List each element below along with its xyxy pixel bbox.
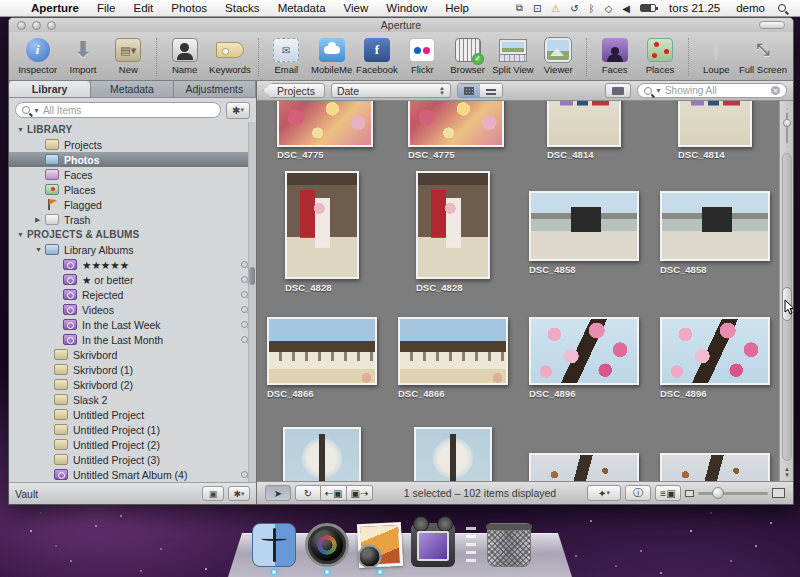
- sidebar-search-field[interactable]: ▼ All Items: [15, 102, 221, 118]
- sidebar-scrollbar[interactable]: [248, 122, 256, 482]
- browser-scrollbar[interactable]: ⁚⁚ ⁚ ▲▼: [779, 101, 793, 481]
- smart-album-query-icon[interactable]: [241, 321, 248, 328]
- disclosure-triangle[interactable]: ▼: [17, 126, 27, 133]
- menu-item-aperture[interactable]: Aperture: [22, 2, 88, 14]
- sidebar-item-photos[interactable]: Photos: [9, 152, 256, 167]
- full-screen-button[interactable]: ⤡Full Screen: [739, 34, 787, 80]
- photo-thumbnail[interactable]: [547, 101, 621, 147]
- faces-button[interactable]: Faces: [592, 34, 637, 80]
- photo-thumbnail[interactable]: [408, 101, 504, 147]
- smart-album-query-icon[interactable]: [241, 336, 248, 343]
- list-view-button[interactable]: [480, 84, 502, 97]
- dock-icon-finder[interactable]: [252, 523, 296, 567]
- photo-thumbnail[interactable]: [267, 317, 377, 385]
- dock-icon-trash[interactable]: [487, 523, 531, 567]
- info-overlay-button[interactable]: ⓘ: [625, 485, 651, 501]
- sort-popup[interactable]: Date ▲▼: [331, 83, 451, 98]
- flickr-button[interactable]: Flickr: [400, 34, 445, 80]
- smart-album-query-icon[interactable]: [241, 471, 248, 478]
- sidebar-item-★-or-better[interactable]: ★ or better: [9, 272, 256, 287]
- sidebar-item-in-the-last-week[interactable]: In the Last Week: [9, 317, 256, 332]
- rotate-tool-button[interactable]: ↻: [295, 485, 321, 501]
- scrollbar-arrows[interactable]: ▲▼: [782, 466, 792, 478]
- sidebar-item-rejected[interactable]: Rejected: [9, 287, 256, 302]
- tab-library[interactable]: Library: [9, 81, 91, 97]
- browser-button[interactable]: Browser: [445, 34, 490, 80]
- sidebar-item-slask-2[interactable]: Slask 2: [9, 392, 256, 407]
- spotlight-icon[interactable]: [778, 4, 786, 12]
- sidebar-item-projects[interactable]: Projects: [9, 137, 256, 152]
- sidebar-header-library[interactable]: ▼LIBRARY: [9, 122, 256, 137]
- email-button[interactable]: ✉Email: [264, 34, 309, 80]
- sidebar-scrollbar-thumb[interactable]: [249, 267, 255, 285]
- sidebar-item-★★★★★[interactable]: ★★★★★: [9, 257, 256, 272]
- disclosure-triangle[interactable]: ▼: [35, 246, 45, 253]
- sidebar-item-in-the-last-month[interactable]: In the Last Month: [9, 332, 256, 347]
- split-view-button[interactable]: Split View: [490, 34, 535, 80]
- photo-thumbnail[interactable]: [660, 453, 770, 481]
- photo-thumbnail[interactable]: [285, 171, 359, 279]
- search-clear-button[interactable]: ✕: [771, 86, 780, 95]
- loupe-button[interactable]: Loupe: [694, 34, 739, 80]
- select-tool-button[interactable]: ➤: [265, 485, 291, 501]
- rotate-left-button[interactable]: ⇠▣: [321, 485, 347, 501]
- sidebar-item-untitled-project-3-[interactable]: Untitled Project (3): [9, 452, 256, 467]
- keywords-button[interactable]: Keywords: [207, 34, 252, 80]
- menu-item-view[interactable]: View: [335, 2, 378, 14]
- photo-thumbnail[interactable]: [529, 453, 639, 481]
- vault-panel-button[interactable]: ▣: [202, 486, 224, 501]
- smart-album-query-icon[interactable]: [241, 306, 248, 313]
- photo-thumbnail[interactable]: [416, 171, 490, 279]
- filmstrip-button[interactable]: [605, 83, 631, 98]
- smart-album-query-icon[interactable]: [241, 261, 248, 268]
- sidebar-item-places[interactable]: Places: [9, 182, 256, 197]
- photo-thumbnail[interactable]: [529, 317, 639, 385]
- sidebar-item-library-albums[interactable]: ▼Library Albums: [9, 242, 256, 257]
- fast-user-switch[interactable]: demo: [729, 2, 772, 14]
- sidebar-item-skrivbord[interactable]: Skrivbord: [9, 347, 256, 362]
- photo-thumbnail[interactable]: [529, 191, 639, 261]
- menu-item-metadata[interactable]: Metadata: [269, 2, 335, 14]
- sidebar-item-flagged[interactable]: Flagged: [9, 197, 256, 212]
- photo-thumbnail[interactable]: [277, 101, 373, 147]
- disclosure-triangle[interactable]: ▼: [17, 231, 27, 238]
- zoom-slider-track[interactable]: [698, 492, 768, 495]
- menu-item-edit[interactable]: Edit: [124, 2, 162, 14]
- thumbnail-scrub-slider[interactable]: ⁚⁚ ⁚: [783, 105, 791, 147]
- rotate-right-button[interactable]: ▣⇢: [347, 485, 373, 501]
- browser-search-field[interactable]: ▼ Showing All ✕: [637, 83, 787, 98]
- photo-thumbnail[interactable]: [398, 317, 508, 385]
- new-button[interactable]: ▤▾New: [106, 34, 151, 80]
- sidebar-action-gear-button[interactable]: ✱▾: [226, 102, 250, 119]
- tab-metadata[interactable]: Metadata: [91, 81, 173, 97]
- viewer-button[interactable]: Viewer: [536, 34, 581, 80]
- vault-bar[interactable]: Vault ▣ ✱▾: [9, 482, 256, 504]
- photo-thumbnail[interactable]: [660, 317, 770, 385]
- menu-item-photos[interactable]: Photos: [162, 2, 216, 14]
- slider-knob[interactable]: [783, 119, 791, 127]
- dock-icon-iphoto[interactable]: [358, 523, 402, 567]
- sidebar-item-faces[interactable]: Faces: [9, 167, 256, 182]
- zoom-slider-knob[interactable]: [712, 487, 724, 499]
- menu-clock[interactable]: tors 21.25: [662, 2, 727, 14]
- sidebar-item-untitled-project[interactable]: Untitled Project: [9, 407, 256, 422]
- battery-icon[interactable]: [640, 4, 656, 12]
- sidebar-item-trash[interactable]: ▶Trash: [9, 212, 256, 227]
- time-machine-icon[interactable]: ↺: [566, 3, 582, 14]
- disclosure-triangle[interactable]: ▶: [35, 216, 45, 224]
- sidebar-header-projects-albums[interactable]: ▼PROJECTS & ALBUMS: [9, 227, 256, 242]
- photo-thumbnail[interactable]: [678, 101, 752, 147]
- toolbar-toggle-capsule[interactable]: [759, 21, 785, 29]
- smart-album-query-icon[interactable]: [241, 276, 248, 283]
- inspector-button[interactable]: iInspector: [15, 34, 60, 80]
- thumbnail-zoom-slider[interactable]: [685, 488, 785, 498]
- photo-thumbnail[interactable]: [283, 427, 361, 481]
- menu-item-window[interactable]: Window: [377, 2, 436, 14]
- menu-item-file[interactable]: File: [88, 2, 125, 14]
- grid-list-toggle-button[interactable]: ≡▣: [655, 485, 681, 501]
- tab-adjustments[interactable]: Adjustments: [174, 81, 256, 97]
- spaces-icon[interactable]: ⧉: [512, 2, 527, 14]
- bluetooth-icon[interactable]: ᛒ: [585, 3, 599, 14]
- warning-icon[interactable]: ⚠: [547, 3, 564, 14]
- places-button[interactable]: Places: [637, 34, 682, 80]
